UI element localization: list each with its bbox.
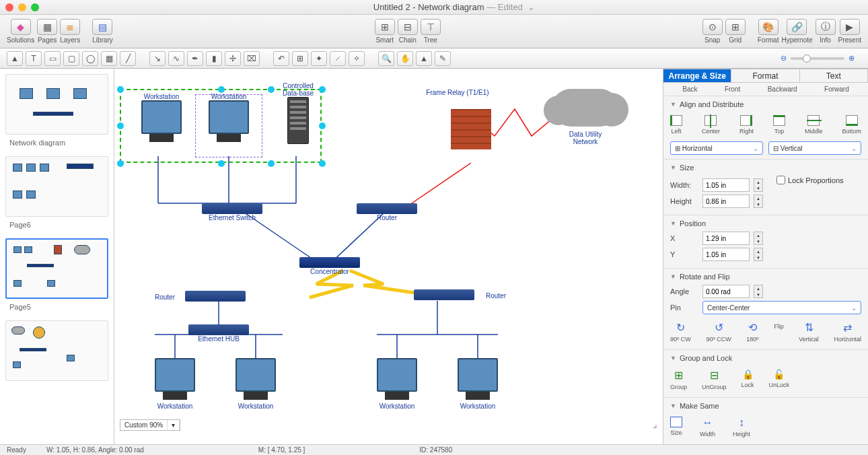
node-concentrator[interactable]: Concentrator bbox=[296, 257, 363, 275]
tab-format[interactable]: Format bbox=[731, 69, 799, 83]
same-height-button[interactable]: ↕Height bbox=[733, 417, 750, 438]
node-eth-hub[interactable]: Ethernet HUB bbox=[182, 324, 256, 343]
node-firewall[interactable] bbox=[444, 109, 498, 149]
chain-button[interactable]: ⊟Chain bbox=[398, 19, 418, 44]
group-button[interactable]: ⊞Group bbox=[670, 369, 687, 390]
tab-text[interactable]: Text bbox=[800, 69, 868, 83]
eyedropper-tool[interactable]: ✎ bbox=[435, 51, 451, 66]
page-thumb[interactable]: Network diagram bbox=[5, 74, 108, 147]
grid-button[interactable]: ⊞Grid bbox=[725, 19, 746, 44]
zoom-slider[interactable] bbox=[791, 57, 844, 60]
page-thumb[interactable] bbox=[5, 320, 108, 381]
tab-arrange-size[interactable]: Arrange & Size bbox=[663, 69, 731, 83]
hypernote-button[interactable]: 🔗Hypernote bbox=[781, 19, 812, 44]
chevron-down-icon[interactable]: ⌄ bbox=[528, 2, 535, 12]
unlock-button[interactable]: 🔓UnLock bbox=[769, 369, 790, 390]
node-router[interactable]: Router bbox=[404, 289, 484, 300]
snap-button[interactable]: ⊙Snap bbox=[702, 19, 723, 44]
smart-button[interactable]: ⊞Smart bbox=[375, 19, 395, 44]
align-left-button[interactable]: Left bbox=[670, 115, 682, 135]
zoom-in-icon[interactable]: ⊕ bbox=[848, 54, 855, 63]
connector-tool[interactable]: ↘ bbox=[149, 51, 166, 66]
ellipse-tool[interactable]: ◯ bbox=[82, 51, 98, 66]
stamp-tool[interactable]: ▲ bbox=[416, 51, 432, 66]
width-stepper[interactable]: ▲▼ bbox=[754, 178, 763, 192]
distribute-vert-select[interactable]: ⊟ Vertical⌄ bbox=[768, 141, 861, 155]
align-bottom-button[interactable]: Bottom bbox=[842, 115, 861, 135]
layers-button[interactable]: ≣Layers bbox=[60, 19, 80, 44]
align-top-button[interactable]: Top bbox=[773, 115, 785, 135]
node-workstation[interactable]: Workstation bbox=[229, 358, 283, 410]
pen-tool[interactable]: ✒ bbox=[187, 51, 203, 66]
pages-button[interactable]: ▦Pages bbox=[37, 19, 57, 44]
close-window[interactable] bbox=[5, 3, 13, 11]
page-thumb[interactable]: Page5 bbox=[5, 238, 108, 311]
distribute-horiz-select[interactable]: ⊞ Horizontal⌄ bbox=[670, 141, 763, 155]
same-size-button[interactable]: Size bbox=[670, 417, 682, 438]
pin-select[interactable]: Center-Center⌄ bbox=[702, 301, 861, 314]
angle-stepper[interactable]: ▲▼ bbox=[754, 285, 763, 298]
solutions-button[interactable]: ◆Solutions bbox=[7, 19, 34, 44]
height-input[interactable] bbox=[702, 195, 750, 208]
zoom-out-icon[interactable]: ⊖ bbox=[781, 54, 787, 63]
node-eth-switch[interactable]: Ethernet Switch bbox=[198, 203, 266, 221]
present-button[interactable]: ▶Present bbox=[838, 19, 861, 44]
lock-button[interactable]: 🔒Lock bbox=[742, 369, 754, 390]
node-workstation[interactable]: Workstation bbox=[451, 358, 505, 410]
zoom-tool[interactable]: 🔍 bbox=[378, 51, 394, 66]
flip-vertical-button[interactable]: ⇅Vertical bbox=[799, 321, 819, 343]
ruler-tool[interactable]: ⟋ bbox=[330, 51, 346, 66]
minimize-window[interactable] bbox=[18, 3, 26, 11]
hand-tool[interactable]: ✋ bbox=[397, 51, 413, 66]
roundrect-tool[interactable]: ▢ bbox=[63, 51, 79, 66]
text-tool[interactable]: T bbox=[26, 51, 42, 66]
y-stepper[interactable]: ▲▼ bbox=[754, 248, 763, 261]
pointer-tool[interactable]: ▲ bbox=[7, 51, 23, 66]
node-router[interactable]: Router bbox=[175, 291, 256, 302]
node-database[interactable]: Controlled Data-base bbox=[275, 82, 322, 144]
undo-tool[interactable]: ↶ bbox=[273, 51, 289, 66]
align-right-button[interactable]: Right bbox=[739, 115, 754, 135]
align-center-button[interactable]: Center bbox=[702, 115, 720, 135]
info-button[interactable]: ⓘInfo bbox=[816, 19, 836, 44]
align-middle-button[interactable]: Middle bbox=[805, 115, 823, 135]
wand-tool[interactable]: ✧ bbox=[349, 51, 365, 66]
node-workstation[interactable]: Workstation bbox=[135, 93, 188, 134]
lock-proportions-checkbox[interactable]: Lock Proportions bbox=[776, 176, 844, 184]
flip-horizontal-button[interactable]: ⇄Horizontal bbox=[834, 321, 861, 343]
line-tool[interactable]: ╱ bbox=[120, 51, 136, 66]
picker-tool[interactable]: ✢ bbox=[225, 51, 241, 66]
tree-button[interactable]: ⊤Tree bbox=[421, 19, 441, 44]
curve-tool[interactable]: ∿ bbox=[168, 51, 184, 66]
library-button[interactable]: ▤Library bbox=[92, 19, 113, 44]
y-input[interactable] bbox=[702, 248, 750, 261]
order-forward[interactable]: Forward bbox=[824, 85, 849, 93]
order-front[interactable]: Front bbox=[725, 85, 740, 93]
node-workstation[interactable]: Workstation bbox=[202, 93, 256, 134]
node-workstation[interactable]: Workstation bbox=[148, 358, 202, 410]
zoom-window[interactable] bbox=[31, 3, 39, 11]
rotate-180-button[interactable]: ⟲180º bbox=[746, 321, 758, 343]
snap-tool[interactable]: ✦ bbox=[311, 51, 327, 66]
canvas[interactable]: Workstation Workstation Controlled Data-… bbox=[114, 69, 663, 444]
crop-tool[interactable]: ⌧ bbox=[244, 51, 260, 66]
angle-input[interactable] bbox=[702, 285, 750, 298]
order-back[interactable]: Back bbox=[682, 85, 697, 93]
rotate-ccw-button[interactable]: ↺90º CCW bbox=[706, 321, 731, 343]
rect-tool[interactable]: ▭ bbox=[44, 51, 61, 66]
grid-tool[interactable]: ⊞ bbox=[292, 51, 308, 66]
format-button[interactable]: 🎨Format bbox=[758, 19, 779, 44]
node-workstation[interactable]: Workstation bbox=[370, 358, 424, 410]
node-router[interactable]: Router bbox=[353, 203, 421, 221]
x-input[interactable] bbox=[702, 232, 750, 245]
table-tool[interactable]: ▦ bbox=[101, 51, 117, 66]
same-width-button[interactable]: ↔Width bbox=[700, 417, 715, 438]
zoom-control[interactable]: Custom 90%▾ bbox=[120, 419, 180, 431]
rotate-cw-button[interactable]: ↻90º CW bbox=[670, 321, 691, 343]
height-stepper[interactable]: ▲▼ bbox=[754, 195, 763, 208]
page-thumb[interactable]: Page6 bbox=[5, 156, 108, 229]
width-input[interactable] bbox=[702, 178, 750, 192]
node-cloud[interactable]: Data Utility Network bbox=[545, 89, 626, 145]
fill-tool[interactable]: ▮ bbox=[206, 51, 222, 66]
order-backward[interactable]: Backward bbox=[768, 85, 797, 93]
